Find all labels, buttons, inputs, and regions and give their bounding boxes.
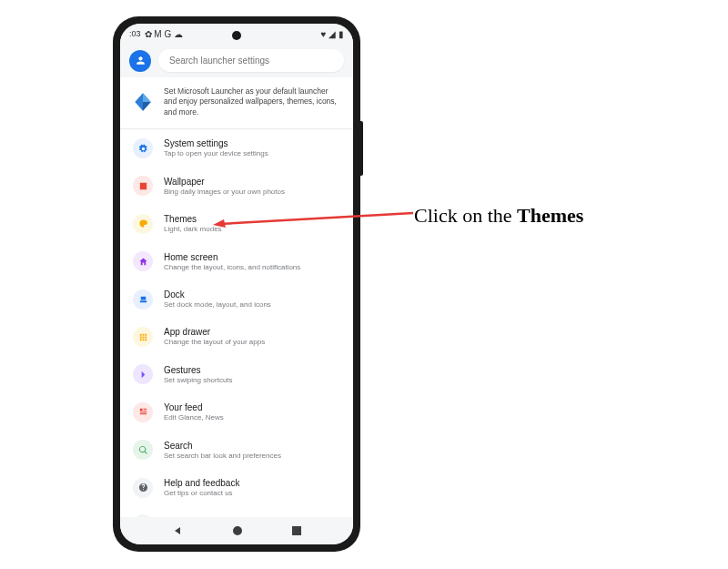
palette-icon [133,214,153,234]
status-time: :03 [129,29,141,38]
annotation-prefix: Click on the [414,204,517,227]
setting-row-themes[interactable]: ThemesLight, dark modes [120,205,353,242]
status-icons-right: ♥ ◢ ▮ [321,29,345,39]
setting-sub: Set dock mode, layout, and icons [164,300,340,310]
setting-sub: Bing daily images or your own photos [164,188,340,197]
annotation-bold: Themes [517,204,583,227]
avatar[interactable] [129,50,151,72]
setting-row-home-screen[interactable]: Home screenChange the layout, icons, and… [120,243,353,280]
person-icon [135,55,147,66]
image-icon [133,176,153,196]
setting-sub: Change the layout, icons, and notificati… [164,263,340,272]
setting-title: Gestures [164,364,340,376]
setting-sub: Set swiping shortcuts [164,376,340,385]
home-icon [133,251,153,271]
setting-row-help-and-feedback[interactable]: Help and feedbackGet tips or contact us [120,469,353,506]
setting-title: Themes [164,213,340,225]
setting-sub: Edit Glance, News [164,413,340,422]
setting-sub: Tap to open your device settings [164,149,340,158]
search-input[interactable] [158,49,344,72]
nav-bar [120,517,353,544]
setting-title: Your feed [164,401,340,413]
phone-frame: :03 ✿ M G ☁ ♥ ◢ ▮ [113,16,360,552]
setting-sub: Get tips or contact us [164,489,340,498]
nav-recent-icon[interactable] [292,526,301,535]
setting-title: Search [164,440,340,452]
nav-home-icon[interactable] [233,526,242,535]
nav-back-icon[interactable] [172,525,183,536]
setting-row-search[interactable]: SearchSet search bar look and preference… [120,432,353,469]
status-icons-left: ✿ M G ☁ [145,29,183,39]
setting-title: Help and feedback [164,477,340,489]
dock-icon [133,290,153,310]
grid-icon [133,327,153,347]
setting-title: System settings [164,137,340,149]
setting-row-dock[interactable]: DockSet dock mode, layout, and icons [120,280,353,318]
setting-sub: Set search bar look and preferences [164,452,340,461]
banner[interactable]: Set Microsoft Launcher as your default l… [120,77,353,129]
help-icon [133,478,153,498]
arrow-icon [133,364,153,384]
setting-row-app-drawer[interactable]: App drawerChange the layout of your apps [120,318,353,355]
search-icon [133,440,153,460]
banner-text: Set Microsoft Launcher as your default l… [164,86,342,117]
phone-screen: :03 ✿ M G ☁ ♥ ◢ ▮ [120,24,353,544]
feed-icon [133,402,153,422]
setting-row-back-up-and-restore[interactable]: Back up and restore [120,506,353,517]
camera-notch [232,31,241,40]
setting-sub: Change the layout of your apps [164,338,340,347]
setting-row-your-feed[interactable]: Your feedEdit Glance, News [120,393,353,431]
ms-launcher-icon [131,90,155,114]
search-row [120,44,353,77]
setting-title: Wallpaper [164,176,340,188]
setting-row-gestures[interactable]: GesturesSet swiping shortcuts [120,356,353,393]
gear-icon [133,138,153,158]
setting-title: Dock [164,289,340,300]
settings-list: System settingsTap to open your device s… [120,129,353,517]
setting-sub: Light, dark modes [164,225,340,234]
power-button [360,121,363,176]
setting-row-wallpaper[interactable]: WallpaperBing daily images or your own p… [120,168,353,205]
setting-title: App drawer [164,326,340,338]
annotation-text: Click on the Themes [414,204,583,228]
setting-title: Home screen [164,251,340,263]
setting-row-system-settings[interactable]: System settingsTap to open your device s… [120,129,353,167]
